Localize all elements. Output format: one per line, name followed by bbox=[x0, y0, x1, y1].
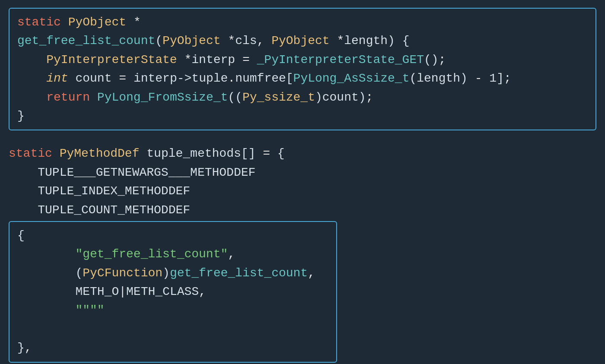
code-line-4: int count = interp->tuple.numfree[PyLong… bbox=[17, 69, 588, 88]
code-line-14: METH_O|METH_CLASS, bbox=[17, 282, 328, 301]
code-line-15: """" bbox=[17, 301, 328, 320]
code-line-12: "get_free_list_count", bbox=[17, 245, 328, 263]
code-line-11: { bbox=[17, 226, 328, 245]
highlight-box-1: static PyObject * get_free_list_count(Py… bbox=[9, 8, 596, 130]
code-line-9: TUPLE_INDEX_METHODDEF bbox=[9, 182, 596, 200]
code-line-13: (PyCFunction)get_free_list_count, bbox=[17, 264, 328, 282]
code-line-16 bbox=[17, 320, 328, 339]
code-line-1: static PyObject * bbox=[17, 13, 588, 32]
code-editor: static PyObject * get_free_list_count(Py… bbox=[9, 8, 596, 364]
code-line-2: get_free_list_count(PyObject *cls, PyObj… bbox=[17, 32, 588, 50]
code-block-2: static PyMethodDef tuple_methods[] = { T… bbox=[9, 144, 596, 364]
code-line-7: static PyMethodDef tuple_methods[] = { bbox=[9, 144, 596, 163]
code-line-3: PyInterpreterState *interp = _PyInterpre… bbox=[17, 51, 588, 69]
code-line-17: }, bbox=[17, 339, 328, 357]
code-line-6: } bbox=[17, 107, 588, 125]
code-line-5: return PyLong_FromSsize_t((Py_ssize_t)co… bbox=[17, 88, 588, 107]
code-line-8: TUPLE___GETNEWARGS___METHODDEF bbox=[9, 163, 596, 182]
highlight-box-2: { "get_free_list_count", (PyCFunction)ge… bbox=[9, 221, 337, 363]
code-line-10: TUPLE_COUNT_METHODDEF bbox=[9, 201, 596, 219]
